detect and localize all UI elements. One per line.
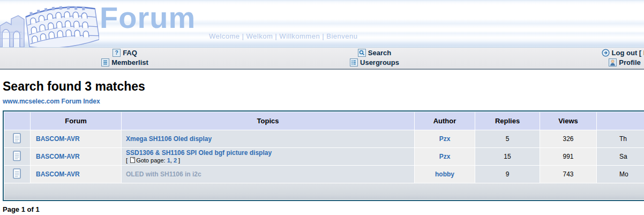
nav-usergroups[interactable]: Usergroups	[250, 58, 499, 68]
col-header-topics: Topics	[122, 112, 414, 130]
forum-cell: BASCOM-AVR	[31, 166, 121, 183]
author-link[interactable]: Pzx	[439, 135, 451, 143]
mini-page-icon	[130, 157, 135, 164]
nav-faq[interactable]: ?FAQ	[0, 49, 250, 58]
author-cell: Pzx	[415, 130, 475, 147]
forum-link[interactable]: BASCOM-AVR	[36, 153, 80, 160]
usergroups-icon	[350, 58, 358, 68]
lastpost-cell: Sa	[597, 148, 644, 165]
views-cell: 991	[540, 148, 596, 165]
site-title: Forum	[100, 0, 196, 35]
replies-cell: 5	[475, 130, 540, 147]
forum-cell: BASCOM-AVR	[31, 130, 121, 147]
col-header-views: Views	[540, 112, 596, 130]
svg-text:?: ?	[115, 50, 118, 56]
forum-link[interactable]: BASCOM-AVR	[36, 135, 80, 143]
search-icon	[358, 49, 366, 58]
goto-label: Goto page:	[136, 157, 167, 164]
author-cell: hobby	[415, 166, 475, 183]
nav-memberlist[interactable]: Memberlist	[0, 58, 250, 68]
col-header-lastpost	[597, 112, 644, 130]
question-icon: ?	[113, 49, 121, 58]
main-content: Search found 3 matches www.mcselec.com F…	[0, 79, 644, 213]
topic-status-cell	[4, 148, 30, 165]
forum-cell: BASCOM-AVR	[31, 148, 121, 165]
author-link[interactable]: hobby	[435, 170, 454, 178]
col-header-icon	[4, 112, 30, 130]
document-icon	[13, 133, 21, 144]
table-row: BASCOM-AVR OLED with SH1106 in i2c hobby…	[4, 166, 644, 183]
search-results-table: Forum Topics Author Replies Views BASCOM…	[3, 110, 644, 201]
nav-usergroups-label: Usergroups	[360, 58, 399, 66]
nav-logout-label: Log out [ E	[612, 49, 644, 57]
document-icon	[13, 151, 21, 161]
topic-status-cell	[4, 166, 30, 183]
topic-link[interactable]: Xmega SH1106 Oled display	[126, 135, 212, 143]
document-icon	[13, 168, 21, 179]
table-row: BASCOM-AVR SSD1306 & SH1106 SPI Oled bgf…	[4, 148, 644, 165]
main-nav: ?FAQ Memberlist Search Usergroups Log ou…	[0, 47, 644, 70]
nav-left-group: ?FAQ Memberlist	[0, 49, 250, 68]
goto-page-line: [ Goto page: 1, 2 ]	[126, 157, 414, 164]
col-header-forum: Forum	[31, 112, 121, 130]
replies-cell: 15	[475, 148, 540, 165]
nav-logout[interactable]: Log out [ E	[499, 49, 644, 58]
nav-faq-label: FAQ	[123, 49, 137, 57]
memberlist-icon	[101, 58, 109, 68]
views-cell: 326	[540, 130, 596, 147]
page-title: Search found 3 matches	[3, 79, 644, 94]
col-header-replies: Replies	[475, 112, 540, 130]
breadcrumb-forum-index-link[interactable]: www.mcselec.com Forum Index	[3, 98, 100, 105]
topic-cell: OLED with SH1106 in i2c	[122, 166, 414, 183]
table-header-row: Forum Topics Author Replies Views	[4, 112, 644, 130]
forum-link[interactable]: BASCOM-AVR	[36, 170, 80, 178]
topic-status-cell	[4, 130, 30, 147]
topic-link[interactable]: SSD1306 & SH1106 SPI Oled bgf picture di…	[126, 149, 272, 157]
author-cell: Pzx	[415, 148, 475, 165]
lastpost-cell: Th	[597, 130, 644, 147]
nav-search-label: Search	[368, 49, 391, 57]
table-footer-row	[4, 183, 644, 199]
topic-cell: SSD1306 & SH1106 SPI Oled bgf picture di…	[122, 148, 414, 165]
nav-profile[interactable]: Profile	[499, 58, 644, 68]
nav-center-group: Search Usergroups	[250, 49, 499, 68]
profile-icon	[609, 58, 617, 68]
welcome-text: Welcome | Welkom | Willkommen | Bienvenu	[209, 32, 357, 40]
colosseum-logo-image	[0, 0, 99, 47]
goto-open-bracket: [	[126, 157, 129, 164]
topic-cell: Xmega SH1106 Oled display	[122, 130, 414, 147]
page-indicator: Page 1 of 1	[3, 205, 644, 213]
site-banner: Forum Welcome | Welkom | Willkommen | Bi…	[0, 0, 644, 47]
author-link[interactable]: Pzx	[439, 153, 451, 160]
nav-profile-label: Profile	[619, 58, 640, 66]
nav-memberlist-label: Memberlist	[111, 58, 148, 66]
views-cell: 743	[540, 166, 596, 183]
forum-page: Forum Welcome | Welkom | Willkommen | Bi…	[0, 0, 644, 213]
topic-link-read[interactable]: OLED with SH1106 in i2c	[126, 170, 201, 178]
table-row: BASCOM-AVR Xmega SH1106 Oled display Pzx…	[4, 130, 644, 147]
replies-cell: 9	[475, 166, 540, 183]
nav-right-group: Log out [ E Profile	[499, 49, 644, 68]
lastpost-cell: Mo	[597, 166, 644, 183]
logout-icon	[602, 49, 610, 58]
goto-close-bracket: ]	[177, 157, 180, 164]
table-footer-band	[4, 183, 644, 199]
col-header-author: Author	[415, 112, 475, 130]
nav-search[interactable]: Search	[250, 49, 499, 58]
